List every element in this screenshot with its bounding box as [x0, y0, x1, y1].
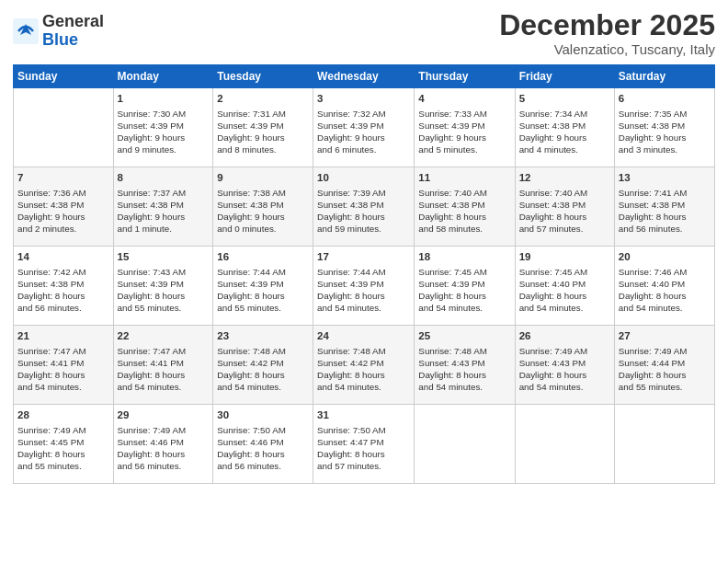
day-info: Sunrise: 7:37 AM Sunset: 4:38 PM Dayligh… [118, 187, 210, 236]
calendar-cell: 14Sunrise: 7:42 AM Sunset: 4:38 PM Dayli… [14, 247, 114, 326]
day-number: 19 [519, 250, 610, 265]
day-number: 14 [17, 250, 109, 265]
day-number: 12 [519, 171, 610, 186]
month-title: December 2025 [499, 9, 715, 41]
day-info: Sunrise: 7:48 AM Sunset: 4:42 PM Dayligh… [217, 345, 309, 394]
day-number: 23 [217, 329, 309, 344]
day-info: Sunrise: 7:46 AM Sunset: 4:40 PM Dayligh… [619, 266, 711, 315]
calendar-table: Sunday Monday Tuesday Wednesday Thursday… [13, 64, 715, 484]
calendar-week-0: 1Sunrise: 7:30 AM Sunset: 4:39 PM Daylig… [14, 88, 715, 167]
day-info: Sunrise: 7:30 AM Sunset: 4:39 PM Dayligh… [118, 108, 210, 156]
calendar-cell: 22Sunrise: 7:47 AM Sunset: 4:41 PM Dayli… [113, 326, 213, 405]
calendar-body: 1Sunrise: 7:30 AM Sunset: 4:39 PM Daylig… [14, 88, 715, 484]
header: General Blue December 2025 Valenzatico, … [13, 9, 715, 57]
day-info: Sunrise: 7:44 AM Sunset: 4:39 PM Dayligh… [217, 266, 309, 315]
calendar-cell: 7Sunrise: 7:36 AM Sunset: 4:38 PM Daylig… [14, 167, 114, 247]
day-number: 9 [217, 171, 309, 186]
col-thursday: Thursday [415, 65, 515, 88]
day-number: 16 [217, 250, 309, 265]
day-info: Sunrise: 7:40 AM Sunset: 4:38 PM Dayligh… [418, 187, 510, 236]
logo: General Blue [13, 13, 104, 50]
calendar-cell: 5Sunrise: 7:34 AM Sunset: 4:38 PM Daylig… [515, 88, 614, 167]
calendar-cell [614, 405, 714, 484]
calendar-cell: 4Sunrise: 7:33 AM Sunset: 4:39 PM Daylig… [415, 88, 515, 167]
calendar-week-2: 14Sunrise: 7:42 AM Sunset: 4:38 PM Dayli… [14, 247, 715, 326]
calendar-cell [415, 405, 515, 484]
day-info: Sunrise: 7:32 AM Sunset: 4:39 PM Dayligh… [317, 108, 410, 156]
day-info: Sunrise: 7:40 AM Sunset: 4:38 PM Dayligh… [519, 187, 610, 236]
day-info: Sunrise: 7:49 AM Sunset: 4:44 PM Dayligh… [619, 345, 711, 394]
day-number: 28 [17, 408, 109, 423]
col-friday: Friday [515, 65, 614, 88]
day-info: Sunrise: 7:34 AM Sunset: 4:38 PM Dayligh… [519, 108, 610, 156]
day-info: Sunrise: 7:48 AM Sunset: 4:43 PM Dayligh… [418, 345, 510, 394]
day-number: 11 [418, 171, 510, 186]
calendar-cell: 16Sunrise: 7:44 AM Sunset: 4:39 PM Dayli… [213, 247, 313, 326]
calendar-week-1: 7Sunrise: 7:36 AM Sunset: 4:38 PM Daylig… [14, 167, 715, 247]
col-wednesday: Wednesday [313, 65, 415, 88]
calendar-cell: 10Sunrise: 7:39 AM Sunset: 4:38 PM Dayli… [313, 167, 415, 247]
calendar-cell: 31Sunrise: 7:50 AM Sunset: 4:47 PM Dayli… [313, 405, 415, 484]
day-info: Sunrise: 7:38 AM Sunset: 4:38 PM Dayligh… [217, 187, 309, 236]
day-info: Sunrise: 7:50 AM Sunset: 4:46 PM Dayligh… [217, 424, 309, 473]
day-info: Sunrise: 7:49 AM Sunset: 4:45 PM Dayligh… [17, 424, 109, 473]
calendar-cell: 15Sunrise: 7:43 AM Sunset: 4:39 PM Dayli… [113, 247, 213, 326]
day-number: 7 [17, 171, 109, 186]
page-container: General Blue December 2025 Valenzatico, … [0, 0, 728, 563]
day-info: Sunrise: 7:49 AM Sunset: 4:43 PM Dayligh… [519, 345, 610, 394]
day-info: Sunrise: 7:39 AM Sunset: 4:38 PM Dayligh… [317, 187, 410, 236]
day-number: 30 [217, 408, 309, 423]
day-number: 21 [17, 329, 109, 344]
day-number: 3 [317, 92, 410, 107]
day-number: 15 [118, 250, 210, 265]
col-tuesday: Tuesday [213, 65, 313, 88]
calendar-cell: 20Sunrise: 7:46 AM Sunset: 4:40 PM Dayli… [614, 247, 714, 326]
day-info: Sunrise: 7:44 AM Sunset: 4:39 PM Dayligh… [317, 266, 410, 315]
day-number: 26 [519, 329, 610, 344]
day-info: Sunrise: 7:50 AM Sunset: 4:47 PM Dayligh… [317, 424, 410, 473]
day-number: 1 [118, 92, 210, 107]
day-number: 29 [118, 408, 210, 423]
day-number: 22 [118, 329, 210, 344]
calendar-week-3: 21Sunrise: 7:47 AM Sunset: 4:41 PM Dayli… [14, 326, 715, 405]
day-number: 25 [418, 329, 510, 344]
col-sunday: Sunday [14, 65, 114, 88]
calendar-cell: 23Sunrise: 7:48 AM Sunset: 4:42 PM Dayli… [213, 326, 313, 405]
day-number: 24 [317, 329, 410, 344]
calendar-cell: 18Sunrise: 7:45 AM Sunset: 4:39 PM Dayli… [415, 247, 515, 326]
day-info: Sunrise: 7:45 AM Sunset: 4:39 PM Dayligh… [418, 266, 510, 315]
calendar-cell: 6Sunrise: 7:35 AM Sunset: 4:38 PM Daylig… [614, 88, 714, 167]
day-info: Sunrise: 7:31 AM Sunset: 4:39 PM Dayligh… [217, 108, 309, 156]
day-number: 20 [619, 250, 711, 265]
col-saturday: Saturday [614, 65, 714, 88]
day-info: Sunrise: 7:35 AM Sunset: 4:38 PM Dayligh… [619, 108, 711, 156]
calendar-cell: 25Sunrise: 7:48 AM Sunset: 4:43 PM Dayli… [415, 326, 515, 405]
calendar-cell [515, 405, 614, 484]
logo-icon [13, 18, 39, 44]
day-number: 6 [619, 92, 711, 107]
day-number: 13 [619, 171, 711, 186]
day-info: Sunrise: 7:47 AM Sunset: 4:41 PM Dayligh… [118, 345, 210, 394]
day-number: 10 [317, 171, 410, 186]
day-number: 4 [418, 92, 510, 107]
calendar-cell: 8Sunrise: 7:37 AM Sunset: 4:38 PM Daylig… [113, 167, 213, 247]
logo-blue: Blue [42, 31, 104, 50]
header-row: Sunday Monday Tuesday Wednesday Thursday… [14, 65, 715, 88]
day-number: 27 [619, 329, 711, 344]
day-info: Sunrise: 7:45 AM Sunset: 4:40 PM Dayligh… [519, 266, 610, 315]
day-info: Sunrise: 7:41 AM Sunset: 4:38 PM Dayligh… [619, 187, 711, 236]
calendar-cell: 2Sunrise: 7:31 AM Sunset: 4:39 PM Daylig… [213, 88, 313, 167]
calendar-cell: 19Sunrise: 7:45 AM Sunset: 4:40 PM Dayli… [515, 247, 614, 326]
calendar-cell: 24Sunrise: 7:48 AM Sunset: 4:42 PM Dayli… [313, 326, 415, 405]
col-monday: Monday [113, 65, 213, 88]
calendar-cell: 21Sunrise: 7:47 AM Sunset: 4:41 PM Dayli… [14, 326, 114, 405]
day-info: Sunrise: 7:49 AM Sunset: 4:46 PM Dayligh… [118, 424, 210, 473]
day-number: 17 [317, 250, 410, 265]
title-block: December 2025 Valenzatico, Tuscany, Ital… [499, 9, 715, 57]
calendar-cell [14, 88, 114, 167]
calendar-cell: 26Sunrise: 7:49 AM Sunset: 4:43 PM Dayli… [515, 326, 614, 405]
calendar-cell: 12Sunrise: 7:40 AM Sunset: 4:38 PM Dayli… [515, 167, 614, 247]
day-info: Sunrise: 7:33 AM Sunset: 4:39 PM Dayligh… [418, 108, 510, 156]
calendar-cell: 17Sunrise: 7:44 AM Sunset: 4:39 PM Dayli… [313, 247, 415, 326]
calendar-cell: 30Sunrise: 7:50 AM Sunset: 4:46 PM Dayli… [213, 405, 313, 484]
